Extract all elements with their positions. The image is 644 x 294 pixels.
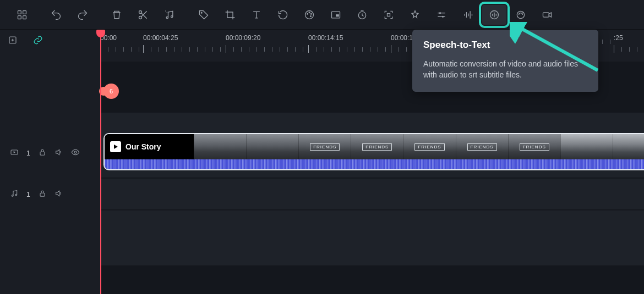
ruler-segment: :25 — [614, 34, 644, 62]
svg-point-8 — [201, 12, 202, 13]
clip-title: Our Story — [125, 142, 161, 151]
clip-thumbnail: FRIENDS — [298, 134, 351, 159]
grid-icon[interactable] — [10, 5, 34, 25]
video-track-label[interactable]: 1 — [0, 135, 100, 172]
text-icon[interactable] — [244, 5, 269, 25]
clip-thumbnail — [613, 134, 644, 159]
marker-bubble[interactable]: 6 — [103, 84, 119, 99]
thumbnail-badge: FRIENDS — [520, 143, 549, 151]
trash-icon[interactable] — [105, 5, 129, 25]
ruler-segment: 00:00 — [100, 34, 143, 62]
speaker-icon[interactable] — [54, 189, 63, 200]
svg-point-5 — [139, 16, 142, 19]
eye-icon[interactable] — [71, 148, 80, 159]
thumbnail-badge: FRIENDS — [414, 143, 444, 151]
redo-icon[interactable] — [70, 5, 95, 25]
expand-icon[interactable] — [376, 5, 401, 25]
tooltip-body: Automatic conversion of video and audio … — [423, 58, 587, 81]
playhead[interactable] — [100, 30, 101, 294]
svg-rect-0 — [18, 10, 21, 14]
svg-point-18 — [439, 12, 441, 14]
ruler-segment: 00:00:14:15 — [308, 34, 391, 62]
clip-waveform — [105, 159, 644, 169]
thumbnail-badge: FRIENDS — [362, 143, 392, 151]
svg-point-28 — [15, 194, 17, 196]
clip-thumbnail: FRIENDS — [508, 134, 560, 159]
video-clip[interactable]: Our Story FRIENDSFRIENDSFRIENDSFRIENDSFR… — [103, 133, 644, 170]
audio-lane — [100, 179, 644, 209]
thumbnail-badge: FRIENDS — [310, 143, 340, 151]
svg-rect-17 — [388, 13, 390, 16]
play-icon — [110, 141, 121, 152]
svg-rect-15 — [336, 14, 339, 16]
scissors-icon[interactable] — [131, 5, 155, 25]
audio-track-label[interactable]: 1 — [0, 180, 100, 209]
tracks-canvas[interactable]: Our Story FRIENDSFRIENDSFRIENDSFRIENDSFR… — [100, 62, 644, 294]
clip-thumbnail: FRIENDS — [456, 134, 508, 159]
thumbnail-strip: FRIENDSFRIENDSFRIENDSFRIENDSFRIENDS — [194, 134, 644, 159]
link-icon[interactable] — [33, 35, 43, 45]
ruler-timestamp: :25 — [614, 34, 644, 42]
tooltip-title: Speech-to-Text — [423, 40, 587, 51]
ruler-segment: 00:00:04:25 — [143, 34, 226, 62]
undo-icon[interactable] — [44, 5, 68, 25]
clip-title-block: Our Story — [105, 134, 194, 159]
sliders-icon[interactable] — [429, 5, 454, 25]
svg-point-26 — [74, 151, 77, 153]
thumbnail-badge: FRIENDS — [467, 143, 497, 151]
ruler-timestamp: 00:00:09:20 — [226, 34, 308, 42]
svg-point-11 — [309, 12, 310, 13]
svg-rect-25 — [40, 152, 45, 155]
pip-icon[interactable] — [324, 5, 348, 25]
marker-label: 6 — [110, 88, 113, 95]
video-track-number: 1 — [26, 149, 30, 157]
lock-icon[interactable] — [38, 189, 47, 200]
ruler-segment: 00:00:09:20 — [226, 34, 308, 62]
svg-point-27 — [12, 195, 13, 197]
rotate-icon[interactable] — [271, 5, 295, 25]
audio-track-icon — [10, 189, 19, 200]
svg-point-7 — [171, 15, 173, 17]
ruler-timestamp: 00:00 — [100, 34, 143, 42]
enhance-icon[interactable] — [509, 5, 533, 25]
ruler-timestamp: 00:00:14:15 — [308, 34, 391, 42]
track-labels-column: 1 1 — [0, 62, 100, 294]
svg-rect-1 — [23, 10, 26, 14]
video-track-icon — [10, 148, 19, 159]
svg-rect-22 — [543, 12, 549, 16]
clip-thumbnail: FRIENDS — [351, 134, 403, 159]
speaker-icon[interactable] — [54, 148, 63, 159]
speech-to-text-icon[interactable] — [482, 5, 506, 25]
timeline-left-controls — [0, 30, 100, 62]
effects-icon[interactable] — [403, 5, 427, 25]
clip-thumbnail — [560, 134, 613, 159]
svg-point-6 — [166, 16, 168, 18]
svg-point-12 — [311, 13, 312, 14]
svg-point-19 — [442, 15, 444, 17]
clip-thumbnail — [194, 134, 246, 159]
svg-rect-29 — [40, 193, 45, 196]
svg-point-10 — [307, 13, 308, 14]
crop-icon[interactable] — [218, 5, 242, 25]
clip-thumbnail — [246, 134, 298, 159]
record-icon[interactable] — [535, 5, 559, 25]
add-track-icon[interactable] — [8, 35, 18, 45]
tag-icon[interactable] — [192, 5, 216, 25]
toolbar — [0, 0, 644, 30]
audio-bars-icon[interactable] — [456, 5, 480, 25]
svg-rect-2 — [18, 15, 21, 19]
music-scissors-icon[interactable] — [157, 5, 182, 25]
lock-icon[interactable] — [38, 148, 47, 159]
clip-thumbnail: FRIENDS — [403, 134, 455, 159]
svg-point-13 — [310, 15, 312, 16]
color-icon[interactable] — [297, 5, 321, 25]
track-area: 1 1 Our Story FRIENDSFRIENDSFRIENDSFRIEN… — [0, 62, 644, 294]
svg-point-4 — [139, 10, 142, 13]
timer-icon[interactable] — [350, 5, 374, 25]
ruler-timestamp: 00:00:04:25 — [143, 34, 226, 42]
audio-track-number: 1 — [26, 191, 30, 198]
empty-lane — [100, 210, 644, 265]
svg-rect-3 — [23, 15, 26, 19]
speech-to-text-tooltip: Speech-to-Text Automatic conversion of v… — [412, 30, 598, 92]
